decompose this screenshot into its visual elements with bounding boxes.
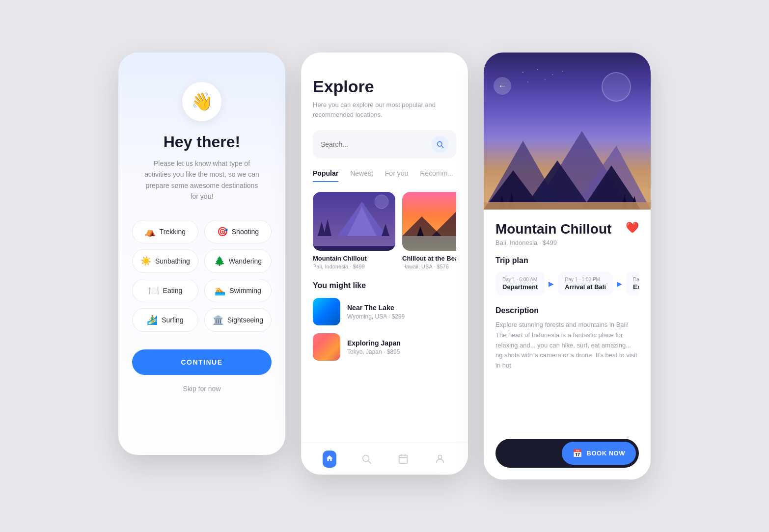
departure-time: Day 1 · 6:00 AM (502, 277, 538, 282)
skip-link[interactable]: Skip for now (183, 385, 220, 393)
activity-trekking[interactable]: ⛺ Trekking (132, 220, 198, 243)
surfing-emoji: 🏄‍♂️ (147, 315, 158, 325)
sightseeing-emoji: 🏛️ (213, 315, 223, 325)
step-departure: Day 1 · 6:00 AM Department (495, 272, 545, 295)
wandering-emoji: 🌲 (214, 256, 225, 266)
svg-point-25 (552, 74, 553, 75)
card-1-title: Mountain Chillout (313, 255, 395, 262)
svg-point-22 (438, 455, 441, 459)
list-item-lake[interactable]: Near The Lake Wyoming, USA · $299 (313, 298, 456, 325)
step-arrow-1: ▶ (549, 280, 554, 288)
activity-sightseeing[interactable]: 🏛️ Sightseeing (204, 308, 272, 332)
svg-point-27 (562, 71, 563, 72)
sunbathing-label: Sunbathing (155, 257, 190, 265)
svg-line-1 (441, 146, 443, 148)
card-2-sub: Hawaii, USA · $576 (402, 264, 456, 269)
card-mountain-image (313, 192, 395, 251)
card-beach-image (402, 192, 456, 251)
swimming-label: Swimming (229, 287, 261, 294)
hero-image: ← (484, 53, 651, 210)
trip-plan-title: Trip plan (495, 256, 639, 265)
calendar-icon: 📅 (573, 449, 583, 458)
wave-icon: 👋 (182, 82, 221, 121)
tab-recommended[interactable]: Recomm... (420, 169, 453, 182)
explore-subtitle: Here you can explore our most popular an… (313, 100, 456, 119)
onboarding-title: Hey there! (164, 133, 241, 151)
activities-grid: ⛺ Trekking 🎯 Shooting ☀️ Sunbathing 🌲 Wa… (132, 220, 272, 332)
trip-steps: Day 1 · 6:00 AM Department ▶ Day 1 · 1:0… (495, 272, 639, 295)
japan-info: Exploring Japan Tokyo, Japan · $895 (347, 339, 401, 355)
search-bar[interactable] (313, 130, 456, 159)
detail-title: Mountain Chillout (495, 221, 611, 237)
japan-thumbnail (313, 333, 340, 361)
book-now-bar: 📅 BOOK NOW (495, 439, 639, 468)
nav-home[interactable] (322, 451, 337, 467)
favorite-button[interactable]: ❤️ (626, 221, 639, 234)
card-chillout-beach[interactable]: Chillout at the Bea... Hawaii, USA · $57… (402, 192, 456, 269)
japan-title: Exploring Japan (347, 339, 401, 347)
explore-title: Explore (313, 77, 456, 96)
lake-title: Near The Lake (347, 304, 405, 312)
trekking-emoji: ⛺ (145, 226, 156, 237)
tabs-row: Popular Newest For you Recomm... (313, 169, 456, 182)
activity-shooting[interactable]: 🎯 Shooting (204, 220, 272, 243)
svg-point-23 (522, 72, 523, 73)
activity-swimming[interactable]: 🏊 Swimming (204, 279, 272, 302)
destination-cards: Mountain Chillout Bali, Indonesia · $499 (313, 192, 456, 269)
nav-calendar[interactable] (395, 451, 411, 467)
lake-thumbnail (313, 298, 340, 325)
activity-eating[interactable]: 🍽️ Eating (132, 279, 198, 302)
detail-subtitle: Bali, Indonesia · $499 (495, 239, 639, 246)
shooting-emoji: 🎯 (217, 226, 228, 237)
bottom-navigation (301, 443, 468, 475)
departure-label: Department (502, 283, 538, 291)
step-arrival: Day 1 · 1:00 PM Arrival at Bali (558, 272, 613, 295)
onboarding-subtitle: Please let us know what type of activiti… (143, 158, 261, 202)
description-text: Explore stunning forests and mountains i… (495, 320, 639, 371)
list-item-japan[interactable]: Exploring Japan Tokyo, Japan · $895 (313, 333, 456, 361)
back-button[interactable]: ← (494, 77, 511, 95)
search-icon[interactable] (432, 136, 448, 153)
activity-sunbathing[interactable]: ☀️ Sunbathing (132, 249, 198, 273)
card-2-title: Chillout at the Bea... (402, 255, 456, 262)
tab-foryou[interactable]: For you (385, 169, 408, 182)
eating-label: Eating (163, 287, 183, 294)
tab-newest[interactable]: Newest (350, 169, 373, 182)
explore-content: Explore Here you can explore our most po… (301, 53, 468, 443)
svg-point-3 (375, 195, 388, 209)
might-like-heading: You might like (313, 281, 456, 290)
nav-search[interactable] (358, 451, 374, 467)
explore-time: Day... (633, 277, 639, 282)
tab-popular[interactable]: Popular (313, 169, 338, 182)
japan-sub: Tokyo, Japan · $895 (347, 348, 401, 355)
detail-card: Mountain Chillout ❤️ Bali, Indonesia · $… (484, 210, 651, 479)
svg-rect-9 (313, 246, 395, 251)
card-mountain-chillout[interactable]: Mountain Chillout Bali, Indonesia · $499 (313, 192, 395, 269)
sunbathing-emoji: ☀️ (140, 256, 151, 266)
moon-decoration (602, 72, 631, 102)
continue-button[interactable]: CONTINUE (132, 349, 272, 375)
step-explore: Day... Ex... (626, 272, 639, 295)
swimming-emoji: 🏊 (215, 285, 225, 296)
explore-label: Ex... (633, 283, 639, 291)
nav-profile[interactable] (432, 451, 448, 467)
step-arrow-2: ▶ (617, 280, 622, 288)
onboarding-screen: 👋 Hey there! Please let us know what typ… (118, 53, 285, 455)
detail-screen: ← (484, 53, 651, 479)
book-now-button[interactable]: 📅 BOOK NOW (562, 442, 636, 465)
activity-wandering[interactable]: 🌲 Wandering (204, 249, 272, 273)
eating-emoji: 🍽️ (148, 285, 159, 296)
search-input[interactable] (321, 140, 427, 148)
explore-screen: Explore Here you can explore our most po… (301, 53, 468, 475)
svg-rect-11 (402, 236, 456, 251)
lake-info: Near The Lake Wyoming, USA · $299 (347, 304, 405, 320)
svg-point-24 (537, 69, 538, 70)
description-title: Description (495, 306, 639, 315)
title-row: Mountain Chillout ❤️ (495, 221, 639, 237)
card-1-sub: Bali, Indonesia · $499 (313, 264, 395, 269)
activity-surfing[interactable]: 🏄‍♂️ Surfing (132, 308, 198, 332)
svg-point-26 (527, 81, 528, 82)
svg-point-28 (545, 79, 546, 80)
svg-rect-18 (399, 455, 407, 464)
surfing-label: Surfing (162, 316, 183, 324)
